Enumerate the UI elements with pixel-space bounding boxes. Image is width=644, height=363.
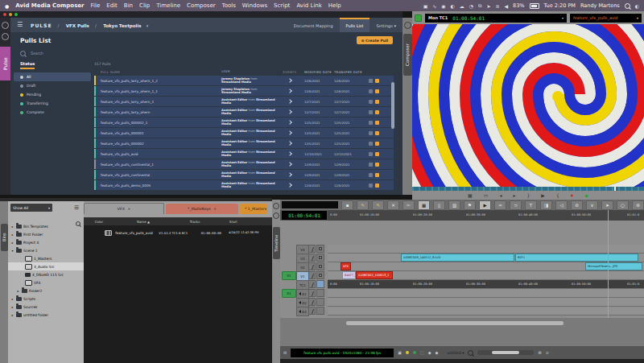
pull-history-icon[interactable] [369, 184, 373, 188]
col-color[interactable]: Color [84, 220, 114, 224]
bin-tree-item[interactable]: ▸ Project X [8, 238, 84, 246]
timeline-clip[interactable]: A106C002_150613_1 [356, 271, 393, 279]
pull-name[interactable]: feature_vfx_pulls_larry_ahern_1_2 [94, 79, 221, 83]
pull-name[interactable]: feature_vfx_pulls_continental [94, 173, 221, 177]
status-filter-tab[interactable]: Status [20, 61, 35, 69]
pulse-tab[interactable]: Settings ▾ [369, 18, 402, 32]
menubar-status-icon[interactable]: ⧉ [478, 2, 481, 9]
panel-handle-icon[interactable]: ◦ [2, 22, 9, 29]
pull-row[interactable]: feature_vfx_pulls_larry_ahern_1 Assistan… [94, 97, 394, 106]
track-lock-icon[interactable] [308, 298, 316, 306]
chevron-down-icon[interactable]: ▾ [637, 16, 638, 20]
timeline-tool-button[interactable]: ○ [617, 200, 629, 210]
toggle-icon[interactable]: ⬚ [420, 350, 424, 355]
pull-alert-icon[interactable] [375, 142, 379, 146]
pull-row[interactable]: feature_vfx_pulls_larry_ahern_1_1 Jeremy… [94, 86, 394, 96]
pull-events[interactable] [275, 79, 304, 82]
search-input[interactable] [29, 50, 105, 57]
timeline-tool-button[interactable]: ▯ [433, 200, 445, 210]
pull-events[interactable] [275, 110, 304, 113]
transport-button[interactable]: ▸ [513, 191, 515, 200]
menubar-status-icon[interactable]: ▣ [423, 3, 428, 9]
menubar-status-icon[interactable]: ☁ [460, 3, 464, 9]
track-lock-icon[interactable] [308, 280, 316, 288]
composer-vertical-tab[interactable]: Composer [403, 34, 412, 76]
pull-row[interactable]: feature_vfx_pulls_000001 Assistant Edito… [94, 128, 394, 138]
timeline-clip[interactable]: A006C008_140512_R1UD [401, 254, 514, 262]
timeline-hscrollbar[interactable] [346, 321, 564, 325]
timeline-tool-button[interactable]: ◨ [540, 200, 552, 210]
panel-handle-icon[interactable]: ◦ [2, 33, 9, 40]
hamburger-menu-icon[interactable]: ☰ [74, 204, 79, 211]
expand-arrow-icon[interactable]: ▸ [10, 297, 14, 301]
menubar-menu[interactable]: Windows [242, 2, 267, 9]
hamburger-menu-icon[interactable]: ☰ [17, 18, 24, 32]
pull-alert-icon[interactable] [375, 110, 379, 114]
bin-tree-item[interactable]: 1_Masters [8, 254, 84, 262]
menubar-menu[interactable]: Help [328, 2, 341, 9]
bin-tree-item[interactable]: ▸ untitled folder [8, 311, 84, 319]
timeline-tool-button[interactable]: ✎ [357, 200, 369, 210]
bin-tree-item[interactable]: VFX [8, 278, 84, 287]
expand-arrow-icon[interactable]: ▸ [10, 233, 14, 237]
spotlight-icon[interactable] [625, 3, 630, 9]
pull-history-icon[interactable] [369, 152, 373, 156]
pull-name[interactable]: feature_vfx_pulls_larry_ahern [94, 110, 221, 114]
timeline-vertical-tab[interactable]: Timeline [273, 227, 280, 259]
pull-row[interactable]: feature_vfx_pulls_demo_0005 Assistant Ed… [94, 180, 394, 190]
pull-history-icon[interactable] [369, 89, 373, 93]
menubar-status-icon[interactable]: ➤ [486, 3, 490, 9]
bin-tree-item[interactable]: ▸ Scripts [8, 295, 84, 303]
pull-events[interactable] [275, 89, 304, 93]
track-monitor-icon[interactable] [316, 280, 324, 288]
expand-arrow-icon[interactable]: ▾ [10, 249, 14, 253]
timeline-tool-button[interactable]: T [525, 200, 537, 210]
timeline-tool-button[interactable]: ✎ [372, 200, 384, 210]
timeline-clip[interactable]: REF1 [515, 254, 638, 262]
pull-name[interactable]: feature_vfx_pulls_000001 [94, 131, 221, 135]
pull-name[interactable]: feature_vfx_pulls_000002 [94, 142, 221, 146]
transport-button[interactable]: ▦ [468, 191, 473, 200]
menubar-menu[interactable]: File [91, 2, 101, 9]
pull-alert-icon[interactable] [375, 121, 379, 125]
menubar-menu[interactable]: Edit [106, 2, 118, 9]
timeline-zoom-scrollbar[interactable] [477, 350, 534, 355]
apple-logo[interactable]: ● [5, 3, 9, 9]
pull-row[interactable]: feature_vfx_pulls_avid Assistant Editor … [94, 149, 394, 159]
timeline-tool-button[interactable]: ≈ [494, 200, 506, 210]
col-user[interactable]: USER [221, 70, 275, 73]
status-filter-item[interactable]: Transferring [14, 99, 91, 108]
track-patch-button[interactable]: V1 [282, 271, 296, 280]
pull-history-icon[interactable] [369, 131, 373, 135]
pull-events[interactable] [275, 163, 304, 166]
col-start[interactable]: Start [217, 220, 250, 224]
grid-icon[interactable]: ⊟ [283, 350, 287, 355]
breadcrumb-project[interactable]: Tokyo Textpolis [103, 23, 141, 28]
pull-name[interactable]: feature_vfx_pulls_avid [94, 152, 221, 156]
expand-arrow-icon[interactable]: ▸ [16, 289, 20, 293]
track-lock-icon[interactable] [308, 271, 316, 279]
pull-alert-icon[interactable] [375, 89, 379, 93]
col-transfer[interactable]: TRANSFER DATE [334, 70, 364, 74]
timeline-tool-button[interactable]: ▶ [479, 200, 491, 210]
timeline-tool-button[interactable]: ⚑ [464, 200, 476, 210]
status-filter-item[interactable]: Pending [14, 90, 91, 99]
track-monitor-icon[interactable] [316, 289, 324, 297]
track-monitor-icon[interactable] [316, 245, 324, 253]
show-all-dropdown[interactable]: Show All ▾ [10, 204, 52, 212]
pull-alert-icon[interactable] [375, 152, 379, 156]
timeline-tool-button[interactable]: ◁ [555, 200, 568, 210]
pull-events[interactable] [275, 152, 304, 155]
menubar-menu[interactable]: Script [274, 2, 290, 9]
bin-tree-item[interactable]: ▾ Scene 1 [8, 246, 84, 254]
transport-button[interactable]: ● [571, 191, 574, 200]
timeline-tool-button[interactable]: ▪ [341, 200, 353, 210]
track-lock-icon[interactable] [308, 254, 316, 262]
pull-name[interactable]: feature_vfx_pulls_demo_0005 [94, 184, 221, 188]
timeline-tool-button[interactable]: ➤ [601, 200, 613, 210]
panel-handle-icon[interactable]: ◦ [404, 22, 411, 29]
app-name-menu[interactable]: Avid Media Composer [15, 2, 84, 9]
bin-tab[interactable]: * 1_Masters [240, 204, 267, 214]
chevron-down-icon[interactable]: ▾ [147, 23, 150, 28]
monitor-timecode-box[interactable]: Mon TC1 01:00:54:01 ▾ [425, 14, 567, 23]
